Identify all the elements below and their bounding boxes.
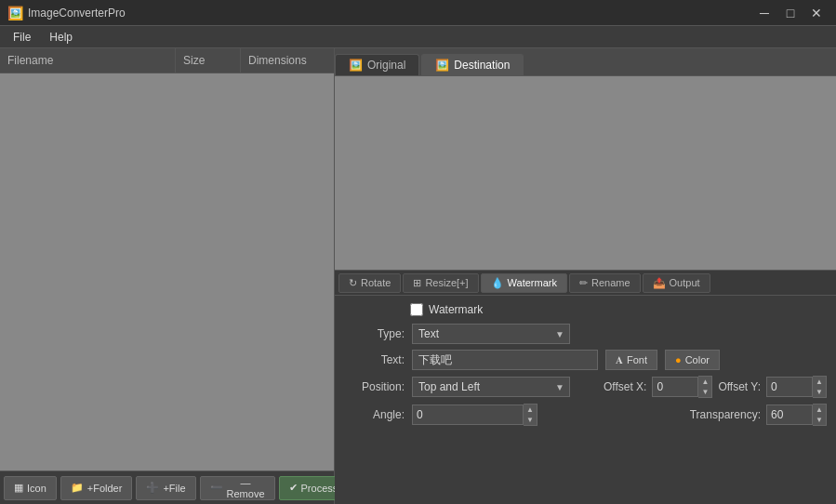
rename-icon: ✏ bbox=[579, 277, 588, 289]
watermark-label: Watermark bbox=[429, 303, 483, 316]
offset-y-down-button[interactable]: ▼ bbox=[813, 387, 826, 397]
type-row: Type: TextImage ▼ bbox=[344, 324, 827, 344]
destination-tab-icon: 🖼️ bbox=[435, 59, 449, 72]
transparency-section: Transparency: ▲ ▼ bbox=[690, 404, 827, 426]
angle-input[interactable] bbox=[412, 405, 524, 425]
offset-x-spinner-buttons: ▲ ▼ bbox=[698, 376, 712, 398]
transparency-label: Transparency: bbox=[690, 408, 761, 421]
rotate-icon: ↻ bbox=[349, 277, 357, 289]
grid-icon: ▦ bbox=[14, 482, 23, 494]
color-button[interactable]: ● Color bbox=[665, 350, 720, 370]
folder-icon: 📁 bbox=[71, 482, 84, 494]
bottom-tabs: ↻ Rotate ⊞ Resize[+] 💧 Watermark ✏ Renam… bbox=[335, 270, 836, 296]
watermark-checkbox-row: Watermark bbox=[344, 303, 827, 316]
window-controls: ─ □ ✕ bbox=[752, 4, 829, 22]
tab-rename[interactable]: ✏ Rename bbox=[569, 273, 641, 293]
angle-down-button[interactable]: ▼ bbox=[524, 415, 537, 425]
menu-bar: File Help bbox=[0, 26, 836, 48]
resize-icon: ⊞ bbox=[413, 277, 421, 289]
app-icon: 🖼️ bbox=[7, 6, 22, 20]
angle-up-button[interactable]: ▲ bbox=[524, 405, 537, 415]
col-filename: Filename bbox=[0, 48, 176, 73]
transparency-spinner-buttons: ▲ ▼ bbox=[813, 404, 827, 426]
offset-y-input[interactable] bbox=[766, 377, 813, 397]
offset-y-spinner: ▲ ▼ bbox=[766, 376, 827, 398]
offset-x-down-button[interactable]: ▼ bbox=[698, 387, 711, 397]
menu-file[interactable]: File bbox=[4, 29, 40, 46]
type-select-wrapper: TextImage ▼ bbox=[412, 324, 570, 344]
left-panel: Filename Size Dimensions ▦ Icon 📁 +Folde… bbox=[0, 48, 335, 504]
output-icon: 📤 bbox=[653, 277, 666, 289]
close-button[interactable]: ✕ bbox=[804, 4, 829, 22]
font-icon: 𝐀 bbox=[616, 354, 623, 366]
type-select[interactable]: TextImage bbox=[412, 324, 570, 344]
angle-row: Angle: ▲ ▼ Transparency: ▲ ▼ bbox=[344, 404, 827, 426]
col-dimensions: Dimensions bbox=[241, 48, 334, 73]
menu-help[interactable]: Help bbox=[40, 29, 82, 46]
file-list-content[interactable] bbox=[0, 73, 334, 471]
text-row: Text: 𝐀 Font ● Color bbox=[344, 350, 827, 370]
minimize-button[interactable]: ─ bbox=[752, 4, 776, 22]
checkmark-icon: ✔ bbox=[289, 482, 298, 494]
offset-y-spinner-buttons: ▲ ▼ bbox=[813, 376, 827, 398]
angle-label: Angle: bbox=[344, 408, 405, 421]
tab-rotate[interactable]: ↻ Rotate bbox=[338, 273, 401, 293]
title-bar: 🖼️ ImageConverterPro ─ □ ✕ bbox=[0, 0, 836, 26]
text-label: Text: bbox=[344, 353, 405, 366]
bottom-toolbar: ▦ Icon 📁 +Folder ➕ +File ➖ — Remove ✔ Pr… bbox=[0, 471, 334, 504]
original-tab-icon: 🖼️ bbox=[349, 59, 363, 72]
offset-y-up-button[interactable]: ▲ bbox=[813, 377, 826, 387]
add-file-button[interactable]: ➕ +File bbox=[136, 476, 195, 500]
transparency-down-button[interactable]: ▼ bbox=[813, 415, 826, 425]
minus-icon: ➖ bbox=[210, 482, 223, 494]
position-select-wrapper: Top and LeftTop and CenterTop and RightM… bbox=[412, 377, 570, 397]
offset-y-label: Offset Y: bbox=[718, 380, 761, 393]
type-label: Type: bbox=[344, 327, 405, 340]
icon-button[interactable]: ▦ Icon bbox=[4, 476, 57, 500]
angle-spinner: ▲ ▼ bbox=[412, 404, 537, 426]
col-size: Size bbox=[176, 48, 241, 73]
angle-spinner-buttons: ▲ ▼ bbox=[524, 404, 537, 426]
tab-watermark[interactable]: 💧 Watermark bbox=[481, 273, 567, 293]
file-list-header: Filename Size Dimensions bbox=[0, 48, 334, 73]
preview-area bbox=[335, 76, 836, 270]
font-button[interactable]: 𝐀 Font bbox=[605, 350, 657, 370]
offset-x-label: Offset X: bbox=[604, 380, 646, 393]
offset-x-input[interactable] bbox=[652, 377, 698, 397]
offset-x-up-button[interactable]: ▲ bbox=[698, 377, 711, 387]
app-title: ImageConverterPro bbox=[28, 7, 752, 20]
right-panel: 🖼️ Original 🖼️ Destination ↻ Rotate ⊞ Re… bbox=[335, 48, 836, 504]
color-icon: ● bbox=[675, 354, 682, 365]
watermark-checkbox[interactable] bbox=[410, 303, 423, 316]
position-select[interactable]: Top and LeftTop and CenterTop and RightM… bbox=[412, 377, 570, 397]
transparency-up-button[interactable]: ▲ bbox=[813, 405, 826, 415]
main-area: Filename Size Dimensions ▦ Icon 📁 +Folde… bbox=[0, 48, 836, 504]
offset-x-spinner: ▲ ▼ bbox=[652, 376, 712, 398]
watermark-icon: 💧 bbox=[491, 277, 504, 289]
tab-destination[interactable]: 🖼️ Destination bbox=[421, 54, 524, 75]
remove-button[interactable]: ➖ — Remove bbox=[200, 476, 275, 500]
tab-resize[interactable]: ⊞ Resize[+] bbox=[403, 273, 478, 293]
preview-tabs: 🖼️ Original 🖼️ Destination bbox=[335, 48, 836, 76]
text-input[interactable] bbox=[412, 350, 598, 370]
watermark-panel: Watermark Type: TextImage ▼ Text: 𝐀 Font bbox=[335, 296, 836, 504]
position-row: Position: Top and LeftTop and CenterTop … bbox=[344, 376, 827, 398]
position-label: Position: bbox=[344, 380, 405, 393]
transparency-input[interactable] bbox=[766, 405, 813, 425]
add-icon: ➕ bbox=[146, 482, 159, 494]
maximize-button[interactable]: □ bbox=[778, 4, 803, 22]
transparency-spinner: ▲ ▼ bbox=[766, 404, 827, 426]
tab-output[interactable]: 📤 Output bbox=[643, 273, 710, 293]
tab-original[interactable]: 🖼️ Original bbox=[335, 54, 419, 75]
offset-section: Offset X: ▲ ▼ Offset Y: ▲ ▼ bbox=[604, 376, 827, 398]
add-folder-button[interactable]: 📁 +Folder bbox=[60, 476, 133, 500]
